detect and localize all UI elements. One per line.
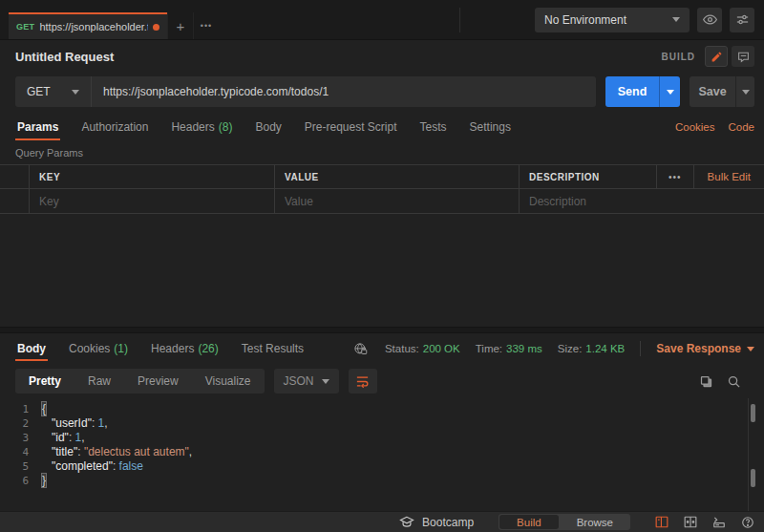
build-mode-button[interactable]: Build <box>499 515 559 529</box>
format-value: JSON <box>284 374 314 388</box>
build-mode-label: BUILD <box>661 52 695 62</box>
search-response-button[interactable] <box>727 374 741 389</box>
column-key: KEY <box>39 172 60 182</box>
column-description: DESCRIPTION <box>529 172 600 182</box>
view-visualize[interactable]: Visualize <box>192 374 265 388</box>
response-pane-divider[interactable] <box>0 327 764 333</box>
param-description-input[interactable] <box>529 195 754 208</box>
row-checkbox-cell <box>0 189 29 213</box>
status-label: Status: <box>385 343 419 354</box>
wrap-lines-button[interactable] <box>349 369 377 394</box>
save-options-button[interactable] <box>735 76 754 107</box>
split-pane-icon <box>684 516 697 528</box>
chevron-down-icon <box>667 90 674 95</box>
code-scrollbar[interactable] <box>748 398 754 511</box>
scrollbar-thumb[interactable] <box>751 469 755 487</box>
code-link[interactable]: Code <box>729 121 755 133</box>
tab-headers[interactable]: Headers(8) <box>169 111 234 143</box>
chevron-down-icon <box>747 347 754 351</box>
more-tabs-button[interactable]: ••• <box>193 12 219 39</box>
request-title[interactable]: Untitled Request <box>15 50 114 64</box>
tab-body[interactable]: Body <box>253 111 283 143</box>
code-line: "completed": false <box>42 459 764 474</box>
method-value: GET <box>27 85 51 98</box>
graduation-cap-icon <box>399 516 414 528</box>
query-params-table: KEY VALUE DESCRIPTION ••• Bulk Edit <box>0 164 764 214</box>
view-preview[interactable]: Preview <box>124 374 192 388</box>
params-more-actions-button[interactable]: ••• <box>657 172 693 182</box>
open-request-tab[interactable]: GET https://jsonplaceholder.typicod... <box>9 12 167 39</box>
chevron-down-icon <box>72 90 79 95</box>
time-label: Time: <box>476 343 502 354</box>
bootcamp-button[interactable]: Bootcamp <box>399 516 474 529</box>
send-button[interactable]: Send <box>605 76 659 107</box>
response-body-viewer[interactable]: 123456 { "userId": 1, "id": 1, "title": … <box>0 398 764 511</box>
chevron-down-icon <box>672 17 680 22</box>
network-info-icon[interactable] <box>353 342 368 356</box>
environment-settings-button[interactable] <box>730 8 754 32</box>
copy-response-button[interactable] <box>699 374 713 389</box>
save-button-group: Save <box>690 76 754 107</box>
view-mode-segment: Pretty Raw Preview Visualize <box>15 369 265 394</box>
params-header-row: KEY VALUE DESCRIPTION ••• Bulk Edit <box>0 165 764 189</box>
new-tab-button[interactable]: + <box>167 12 193 39</box>
tab-settings[interactable]: Settings <box>468 111 513 143</box>
environment-area: No Environment <box>459 8 764 32</box>
tab-params[interactable]: Params <box>15 111 60 143</box>
browse-mode-button[interactable]: Browse <box>560 514 630 530</box>
view-raw[interactable]: Raw <box>74 374 124 388</box>
help-button[interactable] <box>741 516 754 529</box>
two-pane-view-button[interactable] <box>684 516 697 528</box>
code-line: "id": 1, <box>42 431 764 445</box>
response-toolbar: Pretty Raw Preview Visualize JSON <box>0 364 764 398</box>
copy-icon <box>699 374 713 389</box>
footer-status-bar: Bootcamp Build Browse <box>0 511 764 532</box>
view-pretty[interactable]: Pretty <box>15 374 74 388</box>
time-value: 339 ms <box>506 343 542 354</box>
tab-authorization[interactable]: Authorization <box>79 111 150 143</box>
request-header: Untitled Request BUILD <box>0 40 764 73</box>
divider <box>640 341 641 356</box>
chevron-down-icon <box>742 90 750 95</box>
cookies-link[interactable]: Cookies <box>675 121 715 133</box>
url-box: GET <box>15 76 596 107</box>
bulk-edit-link[interactable]: Bulk Edit <box>708 171 751 182</box>
response-tab-test-results[interactable]: Test Results <box>240 333 306 364</box>
save-button[interactable]: Save <box>690 76 735 107</box>
environment-quick-look-button[interactable] <box>697 8 722 32</box>
environment-select[interactable]: No Environment <box>535 8 690 32</box>
unsaved-dot-icon <box>153 24 159 31</box>
response-tab-headers[interactable]: Headers(26) <box>149 333 221 364</box>
save-response-button[interactable]: Save Response <box>656 342 754 355</box>
response-tab-cookies[interactable]: Cookies(1) <box>67 333 130 364</box>
comment-button[interactable] <box>732 46 754 67</box>
changelog-panel-button[interactable] <box>655 516 668 528</box>
params-empty-row <box>0 189 764 213</box>
method-select[interactable]: GET <box>15 76 92 107</box>
tab-method-label: GET <box>16 22 34 32</box>
edit-request-button[interactable] <box>705 46 728 67</box>
build-browse-switch: Build Browse <box>499 514 630 530</box>
request-tabs: Params Authorization Headers(8) Body Pre… <box>0 111 764 143</box>
query-params-label: Query Params <box>0 143 764 164</box>
tab-pre-request-script[interactable]: Pre-request Script <box>303 111 399 143</box>
request-tab-strip: GET https://jsonplaceholder.typicod... +… <box>0 0 764 40</box>
url-input[interactable] <box>92 76 596 107</box>
send-options-button[interactable] <box>659 76 680 107</box>
help-icon <box>741 516 754 529</box>
response-tabs: Body Cookies(1) Headers(26) Test Results… <box>0 333 764 364</box>
status-value: 200 OK <box>423 343 460 354</box>
param-value-input[interactable] <box>285 195 509 208</box>
param-key-input[interactable] <box>39 195 265 208</box>
sliders-icon <box>735 12 750 27</box>
response-tab-body[interactable]: Body <box>15 333 48 364</box>
response-meta: Status:200 OK Time:339 ms Size:1.24 KB S… <box>353 333 754 364</box>
search-icon <box>727 374 741 389</box>
console-button[interactable] <box>712 516 726 528</box>
environment-value: No Environment <box>544 13 626 27</box>
scrollbar-thumb[interactable] <box>751 404 755 422</box>
code-line: "userId": 1, <box>42 416 764 431</box>
format-select[interactable]: JSON <box>274 369 339 394</box>
tab-tests[interactable]: Tests <box>418 111 449 143</box>
code-gutter: 123456 <box>0 398 42 511</box>
